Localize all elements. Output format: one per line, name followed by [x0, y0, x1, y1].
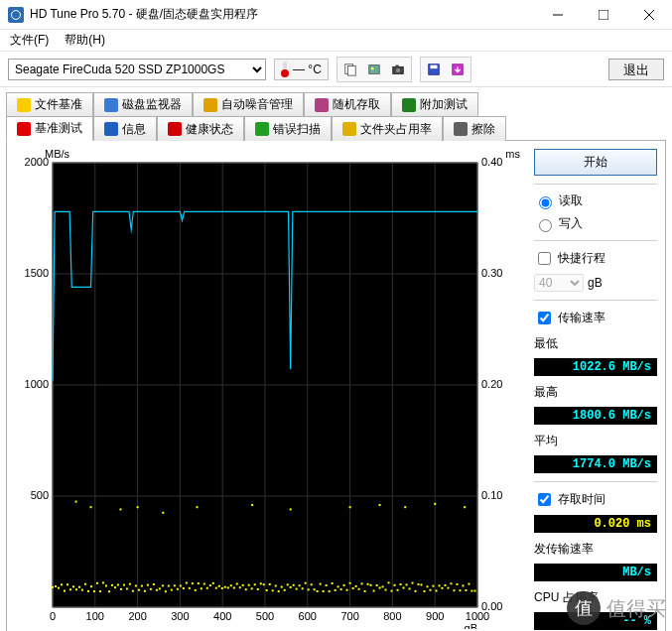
tab-健康状态[interactable]: 健康状态 — [157, 116, 244, 141]
tab-label: 文件基准 — [35, 96, 82, 113]
maximize-button[interactable] — [581, 0, 626, 30]
chart-y-left-label: MB/s — [45, 148, 69, 160]
tab-icon — [17, 98, 31, 112]
separator — [534, 481, 657, 482]
read-radio-input[interactable] — [539, 196, 552, 209]
tab-label: 基准测试 — [35, 120, 82, 137]
write-radio-input[interactable] — [539, 219, 552, 232]
menu-help[interactable]: 帮助(H) — [59, 30, 111, 51]
tab-icon — [255, 122, 269, 136]
temperature-display: — °C — [274, 59, 329, 80]
min-value: 1022.6 MB/s — [534, 358, 657, 376]
write-label: 写入 — [559, 215, 583, 232]
copy-screenshot-icon[interactable] — [363, 60, 385, 79]
save-icon[interactable] — [423, 60, 445, 79]
tab-icon — [315, 98, 329, 112]
tab-icon — [342, 122, 356, 136]
menu-file[interactable]: 文件(F) — [4, 30, 55, 51]
tab-错误扫描[interactable]: 错误扫描 — [244, 116, 332, 141]
exit-button[interactable]: 退出 — [608, 59, 664, 80]
avg-value: 1774.0 MB/s — [534, 455, 657, 473]
burst-label: 发传输速率 — [534, 541, 657, 558]
separator — [534, 240, 657, 241]
tab-基准测试[interactable]: 基准测试 — [6, 116, 93, 141]
window-controls — [535, 0, 672, 30]
tab-icon — [402, 98, 416, 112]
chart-y-right-label: ms — [505, 148, 520, 160]
svg-rect-7 — [395, 64, 399, 67]
tab-label: 信息 — [122, 121, 146, 138]
read-radio[interactable]: 读取 — [534, 192, 657, 209]
toolbar-group-1 — [336, 57, 412, 82]
short-stroke-checkbox[interactable] — [538, 252, 551, 265]
tab-icon — [454, 122, 468, 136]
svg-point-4 — [371, 66, 374, 69]
tab-信息[interactable]: 信息 — [93, 116, 157, 141]
short-stroke-label: 快捷行程 — [558, 250, 605, 267]
avg-label: 平均 — [534, 433, 657, 449]
app-icon — [8, 7, 24, 23]
tab-附加测试[interactable]: 附加测试 — [391, 92, 478, 116]
max-value: 1800.6 MB/s — [534, 407, 657, 425]
start-button[interactable]: 开始 — [534, 149, 657, 176]
tab-随机存取[interactable]: 随机存取 — [304, 92, 391, 116]
svg-rect-3 — [369, 64, 380, 73]
menu-bar: 文件(F) 帮助(H) — [0, 30, 672, 52]
side-panel: 开始 读取 写入 快捷行程 40 gB — [534, 149, 657, 631]
tab-row-bottom: 基准测试信息健康状态错误扫描文件夹占用率擦除 — [6, 115, 666, 140]
tab-icon — [203, 98, 217, 112]
min-label: 最低 — [534, 335, 657, 352]
svg-point-6 — [396, 67, 400, 71]
copy-text-icon[interactable] — [339, 60, 361, 79]
short-stroke-unit: gB — [588, 276, 603, 290]
short-stroke-select[interactable]: 40 — [534, 274, 584, 292]
access-time-value: 0.020 ms — [534, 515, 657, 533]
chart-area: MB/s ms — [15, 149, 526, 631]
tab-label: 健康状态 — [186, 121, 233, 138]
access-time-check[interactable]: 存取时间 — [534, 490, 657, 509]
transfer-rate-checkbox[interactable] — [538, 312, 551, 324]
tab-label: 擦除 — [471, 121, 495, 138]
tab-label: 自动噪音管理 — [221, 96, 293, 113]
tab-label: 文件夹占用率 — [360, 121, 432, 138]
close-button[interactable] — [626, 0, 672, 30]
tab-文件夹占用率[interactable]: 文件夹占用率 — [332, 116, 443, 141]
transfer-rate-check[interactable]: 传输速率 — [534, 309, 657, 327]
load-icon[interactable] — [447, 60, 469, 79]
tab-panel-benchmark: MB/s ms 开始 读取 写入 快捷行程 40 — [6, 140, 666, 631]
tab-row-top: 文件基准磁盘监视器自动噪音管理随机存取附加测试 — [6, 91, 666, 115]
burst-value: MB/s — [534, 564, 657, 581]
tab-自动噪音管理[interactable]: 自动噪音管理 — [193, 92, 304, 116]
access-time-label: 存取时间 — [558, 491, 605, 508]
transfer-rate-label: 传输速率 — [558, 310, 605, 326]
camera-icon[interactable] — [387, 60, 409, 79]
svg-rect-9 — [430, 64, 437, 68]
tab-icon — [104, 98, 118, 112]
tab-label: 随机存取 — [333, 96, 380, 113]
svg-rect-0 — [599, 10, 608, 20]
access-time-checkbox[interactable] — [538, 493, 551, 506]
minimize-button[interactable] — [535, 0, 581, 30]
window-title: HD Tune Pro 5.70 - 硬盘/固态硬盘实用程序 — [30, 6, 258, 23]
write-radio[interactable]: 写入 — [534, 215, 657, 232]
cpu-label: CPU 占用率 — [534, 589, 657, 606]
short-stroke-check[interactable]: 快捷行程 — [534, 249, 657, 268]
thermometer-icon — [281, 62, 289, 77]
drive-select[interactable]: Seagate FireCuda 520 SSD ZP1000GS — [8, 59, 266, 80]
title-bar: HD Tune Pro 5.70 - 硬盘/固态硬盘实用程序 — [0, 0, 672, 30]
tab-icon — [104, 122, 118, 136]
toolbar-group-2 — [420, 57, 471, 82]
tab-icon — [17, 122, 31, 136]
temperature-value: — °C — [293, 63, 322, 76]
tab-文件基准[interactable]: 文件基准 — [6, 92, 93, 116]
separator — [534, 184, 657, 185]
tab-擦除[interactable]: 擦除 — [443, 116, 506, 141]
tab-磁盘监视器[interactable]: 磁盘监视器 — [93, 92, 193, 116]
benchmark-chart — [15, 149, 511, 629]
tabs-container: 文件基准磁盘监视器自动噪音管理随机存取附加测试 基准测试信息健康状态错误扫描文件… — [0, 87, 672, 631]
svg-rect-2 — [347, 65, 355, 75]
toolbar: Seagate FireCuda 520 SSD ZP1000GS — °C 退… — [0, 52, 672, 87]
tab-label: 附加测试 — [420, 96, 468, 113]
tab-icon — [168, 122, 182, 136]
tab-label: 错误扫描 — [273, 121, 321, 138]
